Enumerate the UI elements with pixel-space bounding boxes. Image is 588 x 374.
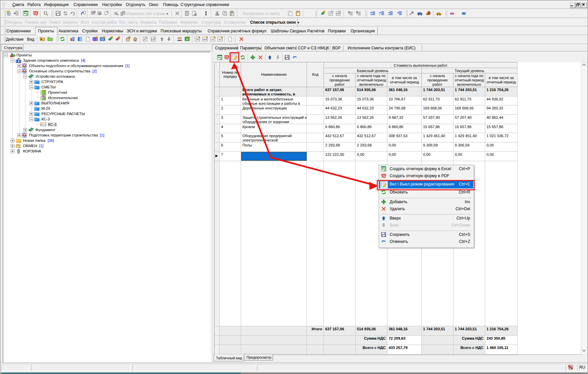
svg-text:P: P <box>144 38 146 41</box>
svg-text:PDF: PDF <box>34 12 38 14</box>
svg-text:ПF: ПF <box>211 38 214 40</box>
svg-text:%: % <box>186 38 188 41</box>
svg-text:PDF: PDF <box>225 56 229 58</box>
svg-text:PDF: PDF <box>382 174 386 176</box>
svg-text:ПР: ПР <box>151 38 155 41</box>
svg-text:ФЗ: ФЗ <box>219 38 222 40</box>
svg-text:%o: %o <box>196 38 199 40</box>
svg-text:КС-3: КС-3 <box>40 123 46 126</box>
svg-text:%: % <box>42 95 45 99</box>
svg-text:М29: М29 <box>203 38 207 40</box>
